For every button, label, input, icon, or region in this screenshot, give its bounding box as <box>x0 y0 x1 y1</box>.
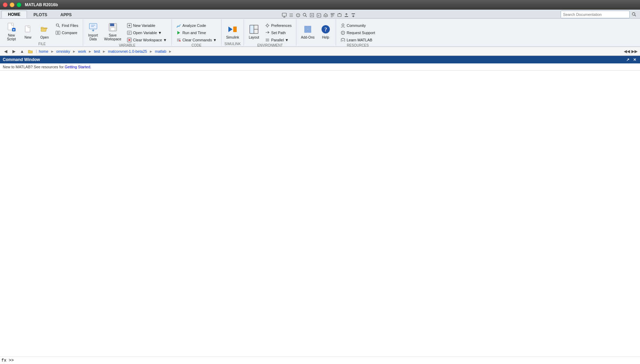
clear-workspace-button[interactable]: Clear Workspace ▼ <box>125 37 169 43</box>
getting-started-link[interactable]: Getting Started. <box>65 65 91 69</box>
svg-point-42 <box>341 31 345 34</box>
preferences-label: Preferences <box>271 23 292 28</box>
cmd-output-area[interactable] <box>0 71 640 356</box>
svg-rect-38 <box>308 29 311 33</box>
run-and-time-label: Run and Time <box>183 31 206 35</box>
close-button[interactable] <box>3 2 8 7</box>
nav-bar: ◀ ▶ ▲ | home ► omnisky ► work ► test ► m… <box>0 47 640 56</box>
svg-point-26 <box>177 27 177 28</box>
open-label: Open <box>40 36 49 39</box>
svg-text:?: ? <box>324 27 327 32</box>
new-variable-button[interactable]: New Variable <box>125 22 169 29</box>
analyze-code-button[interactable]: Analyze Code <box>174 22 219 29</box>
minimize-button[interactable] <box>10 2 14 7</box>
ribbon-group-code: Analyze Code Run and Time Clear Commands… <box>172 19 222 46</box>
analyze-code-label: Analyze Code <box>183 23 206 28</box>
svg-rect-0 <box>282 13 286 16</box>
search-submit-icon[interactable] <box>631 11 637 18</box>
toolbar-icon-5[interactable] <box>316 12 322 18</box>
toolbar-icon-10[interactable] <box>350 12 356 18</box>
code-group-label: CODE <box>174 43 219 48</box>
toolbar-icon-4[interactable] <box>309 12 315 18</box>
help-button[interactable]: ? Help <box>318 21 334 42</box>
save-workspace-button[interactable]: SaveWorkspace <box>102 21 124 42</box>
open-button[interactable]: Open <box>37 21 52 42</box>
cmd-input-row: fx >> <box>0 356 640 364</box>
code-buttons: Analyze Code Run and Time Clear Commands… <box>174 20 219 43</box>
ribbon-group-simulink: Simulink SIMULINK <box>221 19 244 46</box>
request-support-button[interactable]: Request Support <box>338 29 378 36</box>
tab-plots[interactable]: PLOTS <box>27 11 54 18</box>
nav-folder-button[interactable] <box>27 48 34 54</box>
import-data-icon <box>88 22 99 33</box>
layout-button[interactable]: Layout <box>246 21 262 42</box>
new-button[interactable]: New <box>20 21 36 42</box>
open-variable-button[interactable]: Open Variable ▼ <box>125 29 169 36</box>
nav-scroll-left[interactable]: ◀◀ <box>623 48 630 54</box>
cmd-close-button[interactable]: ✕ <box>632 57 637 62</box>
learn-matlab-label: Learn MATLAB <box>347 38 372 42</box>
cmd-window-title: Command Window <box>3 57 40 62</box>
resources-buttons: Community Request Support Learn MATLAB <box>338 20 378 43</box>
ribbon-group-file: NewScript New <box>1 19 83 46</box>
tab-apps[interactable]: APPS <box>54 11 78 18</box>
parallel-label: Parallel ▼ <box>271 38 289 42</box>
nav-up-button[interactable]: ▲ <box>19 48 26 54</box>
nav-scroll-right[interactable]: ▶▶ <box>631 48 638 54</box>
maximize-button[interactable] <box>17 2 21 7</box>
learn-matlab-button[interactable]: Learn MATLAB <box>338 37 378 43</box>
preferences-button[interactable]: Preferences <box>263 22 294 29</box>
svg-rect-21 <box>110 23 114 26</box>
toolbar-icon-1[interactable] <box>281 12 287 18</box>
community-button[interactable]: Community <box>338 22 378 29</box>
nav-back-button[interactable]: ◀ <box>2 48 9 54</box>
tab-home[interactable]: HOME <box>1 11 27 18</box>
file-group-label: FILE <box>3 42 81 47</box>
request-support-label: Request Support <box>347 31 375 35</box>
svg-rect-14 <box>25 26 30 32</box>
set-path-label: Set Path <box>271 31 286 35</box>
import-data-button[interactable]: ImportData <box>85 21 101 42</box>
new-script-icon <box>6 22 17 33</box>
svg-rect-18 <box>58 31 60 34</box>
toolbar-icon-3[interactable] <box>295 12 301 18</box>
toolbar-icon-9[interactable] <box>343 12 349 18</box>
cmd-undock-button[interactable]: ↗ <box>625 57 630 62</box>
toolbar-icon-7[interactable] <box>329 12 336 18</box>
breadcrumb-matconvnet[interactable]: matconvnet-1.0-beta25 <box>108 49 147 53</box>
parallel-button[interactable]: Parallel ▼ <box>263 37 294 43</box>
find-files-button[interactable]: Find Files <box>53 22 81 29</box>
breadcrumb-test[interactable]: test <box>94 49 100 53</box>
simulink-button[interactable]: Simulink <box>224 21 242 42</box>
svg-point-10 <box>632 13 635 16</box>
community-label: Community <box>347 23 366 28</box>
clear-commands-button[interactable]: Clear Commands ▼ <box>174 37 219 43</box>
svg-rect-37 <box>304 29 308 33</box>
toolbar-icon-8[interactable] <box>336 12 343 18</box>
ribbon-group-environment: Layout Preferences Set Path Parallel ▼ E… <box>244 19 296 46</box>
save-workspace-label: SaveWorkspace <box>104 33 121 41</box>
new-script-button[interactable]: NewScript <box>3 21 19 42</box>
svg-rect-9 <box>338 14 341 17</box>
code-small-buttons: Analyze Code Run and Time Clear Commands… <box>174 21 219 43</box>
addons-button[interactable]: Add-Ons <box>298 21 317 42</box>
simulink-icon <box>227 24 238 35</box>
toolbar-icon-search[interactable] <box>302 12 308 18</box>
new-variable-label: New Variable <box>133 23 156 28</box>
search-documentation-input[interactable] <box>561 11 630 18</box>
compare-button[interactable]: Compare <box>53 29 81 36</box>
resources-small-buttons: Community Request Support Learn MATLAB <box>338 21 378 43</box>
main-area: Command Window ↗ ✕ New to MATLAB? See re… <box>0 56 640 364</box>
breadcrumb-omnisky[interactable]: omnisky <box>56 49 70 53</box>
set-path-button[interactable]: Set Path <box>263 29 294 36</box>
breadcrumb-matlab[interactable]: matlab <box>155 49 166 53</box>
run-and-time-button[interactable]: Run and Time <box>174 29 219 36</box>
layout-icon <box>248 24 259 35</box>
toolbar-icon-2[interactable] <box>288 12 294 18</box>
cmd-titlebar-controls: ↗ ✕ <box>625 57 637 62</box>
breadcrumb-work[interactable]: work <box>78 49 86 53</box>
toolbar-icon-6[interactable] <box>323 12 329 18</box>
layout-label: Layout <box>249 36 259 39</box>
nav-forward-button[interactable]: ▶ <box>10 48 17 54</box>
breadcrumb-home[interactable]: home <box>39 49 49 53</box>
